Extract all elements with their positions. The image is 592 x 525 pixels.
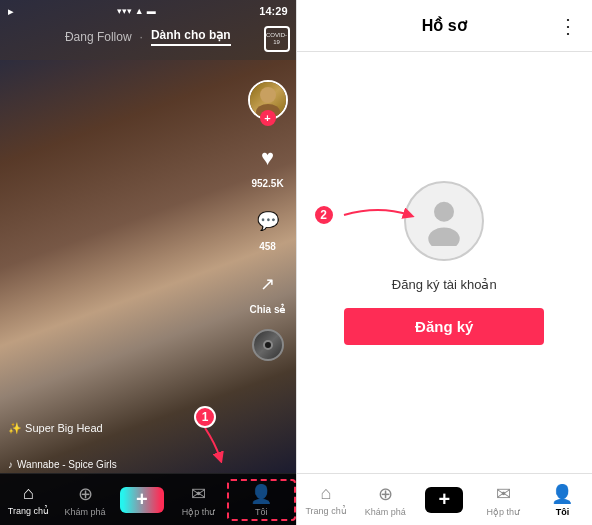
right-home-icon: ⌂ xyxy=(321,483,332,504)
right-content: Đăng ký tài khoản Đăng ký xyxy=(297,52,593,473)
share-action[interactable]: ↗ Chia sẻ xyxy=(249,266,285,315)
head-text: ✨ Super Big Head xyxy=(8,422,103,435)
explore-label: Khám phá xyxy=(65,507,106,517)
bottom-info: ♪ Wannabe - Spice Girls xyxy=(8,459,117,470)
annotation-arrow-2 xyxy=(339,200,419,230)
profile-label: Tôi xyxy=(255,507,268,517)
right-profile-icon: 👤 xyxy=(551,483,573,505)
right-profile-label: Tôi xyxy=(556,507,570,517)
right-inbox-label: Hộp thư xyxy=(487,507,521,517)
register-button[interactable]: Đăng ký xyxy=(344,308,544,345)
comment-count: 458 xyxy=(259,241,276,252)
following-tab[interactable]: Đang Follow xyxy=(65,30,132,44)
share-label: Chia sẻ xyxy=(249,304,285,315)
create-button[interactable]: + xyxy=(123,487,161,513)
right-bottom-nav: ⌂ Trang chủ ⊕ Khám phá + ✉ Hộp thư 👤 Tôi xyxy=(297,473,593,525)
music-note-icon: ♪ xyxy=(8,459,13,470)
annotation-badge-1: 1 xyxy=(194,406,216,428)
home-icon: ⌂ xyxy=(23,483,34,504)
profile-page-title: Hồ sơ xyxy=(422,16,467,35)
right-home-label: Trang chủ xyxy=(305,506,346,516)
music-info: ♪ Wannabe - Spice Girls xyxy=(8,459,117,470)
right-panel: Hồ sơ ⋮ Đăng ký tài khoản Đăng ký 2 xyxy=(297,0,593,525)
user-placeholder-icon xyxy=(419,196,469,246)
comment-icon: 💬 xyxy=(250,203,286,239)
status-time: 14:29 xyxy=(259,5,287,17)
nav-explore[interactable]: ⊕ Khám phá xyxy=(57,483,114,517)
annotation-arrow-1 xyxy=(185,428,225,463)
share-icon: ↗ xyxy=(249,266,285,302)
menu-icon[interactable]: ⋮ xyxy=(558,14,578,38)
inbox-label: Hộp thư xyxy=(182,507,216,517)
battery-icon: ▬ xyxy=(147,6,156,16)
svg-point-3 xyxy=(434,201,454,221)
annotation-1-container: 1 xyxy=(185,406,225,463)
top-nav: Đang Follow · Dành cho bạn xyxy=(0,22,296,52)
nav-create[interactable]: + xyxy=(113,487,170,513)
right-actions: + ♥ 952.5K 💬 458 ↗ Chia sẻ xyxy=(248,80,288,361)
covid-badge[interactable]: COVID-19 xyxy=(264,26,290,52)
follow-plus-icon: + xyxy=(260,110,276,126)
nav-home[interactable]: ⌂ Trang chủ xyxy=(0,483,57,516)
heart-icon: ♥ xyxy=(250,140,286,176)
home-label: Trang chủ xyxy=(8,506,49,516)
right-nav-profile[interactable]: 👤 Tôi xyxy=(533,483,592,517)
profile-icon: 👤 xyxy=(250,483,272,505)
right-nav-home[interactable]: ⌂ Trang chủ xyxy=(297,483,356,516)
music-disc xyxy=(252,329,284,361)
inbox-icon: ✉ xyxy=(191,483,206,505)
left-panel: ▸ ▾▾▾ ▲ ▬ 14:29 Đang Follow · Dành cho b… xyxy=(0,0,296,525)
right-inbox-icon: ✉ xyxy=(496,483,511,505)
svg-point-0 xyxy=(260,87,276,103)
like-action[interactable]: ♥ 952.5K xyxy=(250,140,286,189)
wifi-icon: ▲ xyxy=(135,6,144,16)
annotation-badge-2: 2 xyxy=(313,204,335,226)
register-prompt-text: Đăng ký tài khoản xyxy=(392,277,497,292)
music-disc-inner xyxy=(263,340,273,350)
explore-icon: ⊕ xyxy=(78,483,93,505)
annotation-2-container: 2 xyxy=(313,200,419,230)
right-create-button[interactable]: + xyxy=(425,487,463,513)
status-left: ▸ xyxy=(8,6,13,17)
nav-separator: · xyxy=(140,30,143,44)
right-nav-inbox[interactable]: ✉ Hộp thư xyxy=(474,483,533,517)
status-bar: ▸ ▾▾▾ ▲ ▬ 14:29 xyxy=(0,0,296,22)
right-explore-icon: ⊕ xyxy=(378,483,393,505)
nav-profile[interactable]: 👤 Tôi xyxy=(227,479,296,521)
right-nav-create[interactable]: + xyxy=(415,487,474,513)
covid-label: COVID-19 xyxy=(266,32,288,45)
creator-avatar-container[interactable]: + xyxy=(248,80,288,120)
like-count: 952.5K xyxy=(251,178,283,189)
status-icons: ▾▾▾ ▲ ▬ xyxy=(117,6,156,16)
song-name: Wannabe - Spice Girls xyxy=(17,459,117,470)
right-header: Hồ sơ ⋮ xyxy=(297,0,593,52)
svg-point-4 xyxy=(429,227,460,246)
nav-inbox[interactable]: ✉ Hộp thư xyxy=(170,483,227,517)
plus-icon: + xyxy=(136,488,148,511)
right-nav-explore[interactable]: ⊕ Khám phá xyxy=(356,483,415,517)
signal-icon: ▾▾▾ xyxy=(117,6,132,16)
right-explore-label: Khám phá xyxy=(365,507,406,517)
left-bottom-nav: ⌂ Trang chủ ⊕ Khám phá + ✉ Hộp thư 👤 Tôi xyxy=(0,473,296,525)
for-you-tab[interactable]: Dành cho bạn xyxy=(151,28,231,46)
right-plus-icon: + xyxy=(438,488,450,511)
comment-action[interactable]: 💬 458 xyxy=(250,203,286,252)
